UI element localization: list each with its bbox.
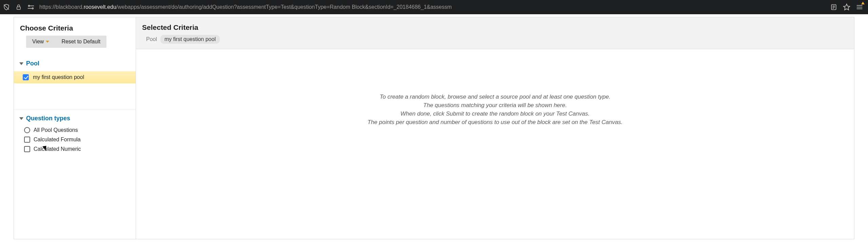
- svg-marker-10: [844, 4, 850, 10]
- checkbox-unchecked-icon[interactable]: [24, 137, 30, 143]
- placeholder-line: When done, click Submit to create the ra…: [400, 110, 590, 118]
- criteria-pool-chip[interactable]: my first question pool: [160, 35, 220, 44]
- placeholder-line: The questions matching your criteria wil…: [423, 102, 567, 109]
- svg-rect-1: [17, 7, 21, 9]
- pool-item-label: my first question pool: [33, 74, 84, 80]
- qtype-label: Calculated Numeric: [34, 146, 81, 152]
- reader-mode-icon[interactable]: [830, 3, 837, 11]
- reset-to-default-button[interactable]: Reset to Default: [55, 36, 106, 48]
- placeholder-instructions: To create a random block, browse and sel…: [136, 49, 854, 239]
- question-types-heading-label: Question types: [26, 115, 70, 122]
- sidebar-title: Choose Criteria: [20, 24, 130, 32]
- qtype-label: All Pool Questions: [34, 127, 78, 133]
- qtype-item-all-pool[interactable]: All Pool Questions: [14, 125, 136, 135]
- criteria-sidebar: Choose Criteria View Reset to Default Po…: [14, 17, 136, 239]
- caret-down-icon: [19, 62, 23, 65]
- permissions-icon[interactable]: [27, 3, 35, 11]
- placeholder-line: To create a random block, browse and sel…: [380, 93, 611, 101]
- bookmark-star-icon[interactable]: [843, 3, 850, 11]
- qtype-item-calc-numeric[interactable]: Calculated Numeric: [14, 144, 136, 154]
- pool-section: Pool my first question pool: [14, 58, 136, 89]
- view-button-label: View: [32, 39, 44, 45]
- url-prefix: https://blackboard.: [39, 4, 84, 10]
- url-text[interactable]: https://blackboard.roosevelt.edu/webapps…: [39, 4, 825, 10]
- qtype-item-calc-formula[interactable]: Calculated Formula: [14, 135, 136, 144]
- svg-point-4: [32, 8, 34, 9]
- pool-section-header[interactable]: Pool: [14, 58, 136, 69]
- shield-off-icon[interactable]: [3, 3, 10, 11]
- question-types-header[interactable]: Question types: [14, 113, 136, 124]
- question-types-section: Question types All Pool Questions Calcul…: [14, 109, 136, 155]
- selected-criteria-bar: Selected Criteria Pool my first question…: [136, 17, 854, 49]
- hamburger-menu-icon[interactable]: [856, 3, 863, 11]
- main-content: Selected Criteria Pool my first question…: [136, 17, 854, 239]
- url-domain: roosevelt.edu: [84, 4, 116, 10]
- pool-heading-label: Pool: [26, 60, 39, 67]
- view-button[interactable]: View: [26, 36, 55, 48]
- url-path: /webapps/assessment/do/authoring/addQues…: [116, 4, 452, 10]
- criteria-pool-label: Pool: [142, 36, 157, 42]
- caret-down-icon: [19, 117, 23, 120]
- pool-item[interactable]: my first question pool: [14, 71, 136, 83]
- checkbox-unchecked-icon[interactable]: [24, 146, 30, 152]
- placeholder-line: The points per question and number of qu…: [368, 119, 623, 126]
- radio-unchecked-icon[interactable]: [24, 127, 30, 133]
- svg-point-2: [28, 5, 30, 7]
- chevron-down-icon: [46, 41, 49, 43]
- sidebar-toolbar: View Reset to Default: [26, 36, 106, 48]
- lock-icon[interactable]: [15, 3, 22, 11]
- qtype-label: Calculated Formula: [34, 137, 81, 143]
- checkbox-checked-icon[interactable]: [23, 74, 29, 80]
- selected-criteria-title: Selected Criteria: [142, 23, 848, 32]
- browser-address-bar: https://blackboard.roosevelt.edu/webapps…: [0, 0, 868, 14]
